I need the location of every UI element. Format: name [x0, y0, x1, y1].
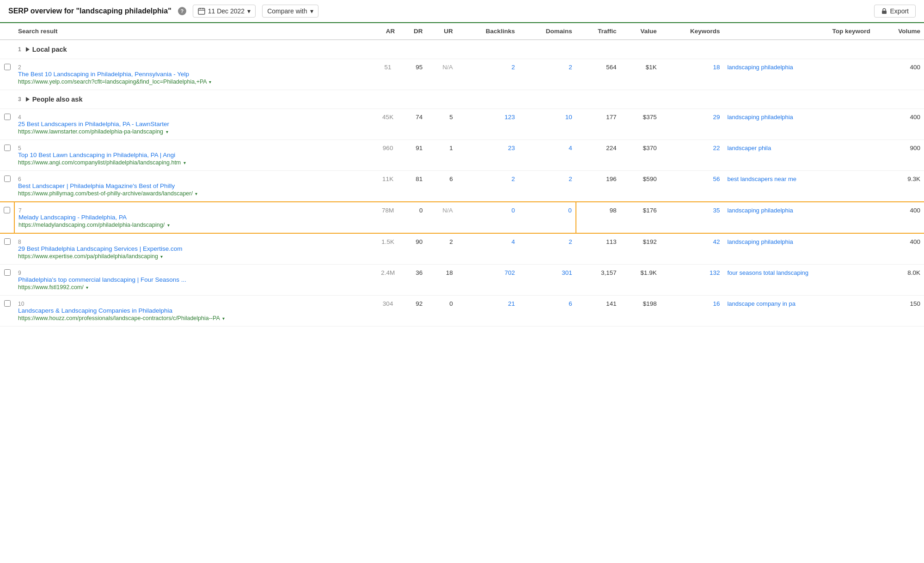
url-dropdown-icon[interactable]: ▾: [86, 285, 88, 290]
domains-value: 10: [519, 109, 576, 140]
row-checkbox[interactable]: [4, 269, 11, 276]
result-title-link[interactable]: 29 Best Philadelphia Landscaping Service…: [18, 245, 373, 252]
url-dropdown-icon[interactable]: ▾: [160, 254, 163, 259]
header-ur[interactable]: UR: [426, 23, 456, 40]
volume-value: 8.0K: [874, 265, 924, 296]
value-cell: $1K: [620, 59, 661, 90]
traffic-value: 3,157: [576, 265, 620, 296]
result-url[interactable]: https://www.phillymag.com/best-of-philly…: [18, 190, 373, 197]
row-checkbox-cell[interactable]: [0, 233, 14, 265]
help-icon[interactable]: ?: [178, 7, 186, 15]
top-keyword-cell[interactable]: landscaper phila: [723, 140, 874, 171]
header-backlinks[interactable]: Backlinks: [457, 23, 519, 40]
result-url[interactable]: https://www.fstl1992.com/ ▾: [18, 284, 373, 291]
header-keywords[interactable]: Keywords: [661, 23, 724, 40]
ar-value: 304: [377, 296, 398, 327]
row-checkbox-cell[interactable]: [0, 171, 14, 202]
url-dropdown-icon[interactable]: ▾: [184, 160, 186, 165]
url-dropdown-icon[interactable]: ▾: [222, 316, 225, 321]
keywords-value: 42: [661, 233, 724, 265]
result-url[interactable]: https://meladylandscaping.com/philadelph…: [18, 222, 373, 228]
row-checkbox-cell[interactable]: [0, 265, 14, 296]
keywords-value: 16: [661, 296, 724, 327]
top-keyword-link[interactable]: landscaping philadelphia: [727, 238, 793, 245]
export-label: Export: [890, 7, 909, 15]
result-title-link[interactable]: Melady Landscaping - Philadelphia, PA: [18, 214, 373, 221]
dr-value: 90: [398, 233, 426, 265]
header-domains[interactable]: Domains: [519, 23, 576, 40]
row-checkbox-cell[interactable]: [0, 109, 14, 140]
domains-value: 2: [519, 233, 576, 265]
domains-value: 6: [519, 296, 576, 327]
top-keyword-cell[interactable]: landscape company in pa: [723, 296, 874, 327]
result-title-link[interactable]: Best Landscaper | Philadelphia Magazine'…: [18, 182, 373, 189]
row-checkbox[interactable]: [4, 114, 11, 120]
header-search-result: Search result: [14, 23, 377, 40]
ar-value: 2.4M: [377, 265, 398, 296]
result-title-link[interactable]: Philadelphia's top commercial landscapin…: [18, 276, 373, 283]
keywords-value: 22: [661, 140, 724, 171]
volume-value: 400: [874, 109, 924, 140]
volume-value: 400: [874, 202, 924, 233]
row-checkbox-cell[interactable]: [0, 59, 14, 90]
result-title-link[interactable]: 25 Best Landscapers in Philadelphia, PA …: [18, 121, 373, 127]
dr-value: 81: [398, 171, 426, 202]
top-keyword-link[interactable]: four seasons total landscaping: [727, 269, 808, 276]
result-title-link[interactable]: Landscapers & Landscaping Companies in P…: [18, 307, 373, 314]
top-bar: SERP overview for "landscaping philadelp…: [0, 0, 924, 23]
serp-table-container: Search result AR DR UR Backlinks Domains…: [0, 23, 924, 327]
top-keyword-link[interactable]: landscaping philadelphia: [727, 207, 793, 214]
top-keyword-cell[interactable]: four seasons total landscaping: [723, 265, 874, 296]
result-title-link[interactable]: Top 10 Best Lawn Landscaping in Philadel…: [18, 151, 373, 158]
url-dropdown-icon[interactable]: ▾: [209, 79, 211, 85]
url-dropdown-icon[interactable]: ▾: [166, 129, 168, 134]
top-keyword-cell[interactable]: landscaping philadelphia: [723, 233, 874, 265]
top-keyword-cell[interactable]: landscaping philadelphia: [723, 109, 874, 140]
top-keyword-link[interactable]: best landscapers near me: [727, 176, 796, 182]
table-row: 3 People also ask: [0, 90, 924, 109]
result-url[interactable]: https://www.angi.com/companylist/philade…: [18, 159, 373, 166]
ur-value-cell: N/A: [426, 59, 456, 90]
search-result-cell: 4 25 Best Landscapers in Philadelphia, P…: [14, 109, 377, 140]
keywords-value: 132: [661, 265, 724, 296]
top-keyword-link[interactable]: landscape company in pa: [727, 300, 795, 307]
export-button[interactable]: Export: [874, 5, 916, 18]
result-url[interactable]: https://www.houzz.com/professionals/land…: [18, 315, 373, 321]
url-dropdown-icon[interactable]: ▾: [195, 191, 197, 196]
ar-value: 78M: [377, 202, 398, 233]
backlinks-value: 702: [457, 265, 519, 296]
row-checkbox[interactable]: [4, 238, 11, 245]
row-checkbox-cell[interactable]: [0, 296, 14, 327]
header-ar[interactable]: AR: [377, 23, 398, 40]
row-checkbox[interactable]: [4, 176, 11, 182]
result-url[interactable]: https://www.lawnstarter.com/philadelphia…: [18, 128, 373, 135]
top-keyword-cell[interactable]: landscaping philadelphia: [723, 59, 874, 90]
result-title-link[interactable]: The Best 10 Landscaping in Philadelphia,…: [18, 71, 373, 78]
header-traffic[interactable]: Traffic: [576, 23, 620, 40]
header-volume[interactable]: Volume: [874, 23, 924, 40]
row-checkbox[interactable]: [4, 300, 11, 307]
row-checkbox[interactable]: [4, 64, 11, 70]
header-value[interactable]: Value: [620, 23, 661, 40]
row-checkbox-cell[interactable]: [0, 140, 14, 171]
top-keyword-cell[interactable]: landscaping philadelphia: [723, 202, 874, 233]
row-checkbox[interactable]: [4, 145, 11, 151]
result-url[interactable]: https://www.yelp.com/search?cflt=landsca…: [18, 79, 373, 85]
top-keyword-link[interactable]: landscaper phila: [727, 145, 771, 151]
header-dr[interactable]: DR: [398, 23, 426, 40]
header-top-keyword[interactable]: Top keyword: [723, 23, 874, 40]
result-url[interactable]: https://www.expertise.com/pa/philadelphi…: [18, 253, 373, 260]
url-dropdown-icon[interactable]: ▾: [167, 223, 170, 228]
top-keyword-cell[interactable]: best landscapers near me: [723, 171, 874, 202]
top-keyword-link[interactable]: landscaping philadelphia: [727, 64, 793, 71]
serp-table: Search result AR DR UR Backlinks Domains…: [0, 23, 924, 327]
traffic-value: 224: [576, 140, 620, 171]
date-picker-button[interactable]: 11 Dec 2022 ▾: [193, 5, 256, 18]
ar-value: 11K: [377, 171, 398, 202]
keywords-value: 18: [661, 59, 724, 90]
row-checkbox[interactable]: [4, 207, 10, 213]
ur-value-cell: N/A: [426, 202, 456, 233]
row-checkbox-cell[interactable]: [0, 202, 14, 233]
top-keyword-link[interactable]: landscaping philadelphia: [727, 114, 793, 121]
compare-button[interactable]: Compare with ▾: [262, 5, 318, 18]
